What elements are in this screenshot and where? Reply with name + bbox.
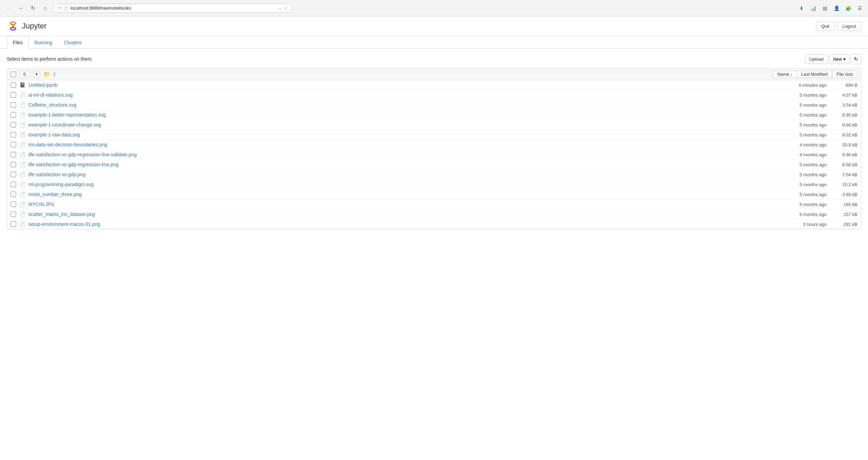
quit-button[interactable]: Quit: [816, 22, 834, 31]
file-modified: 5 months ago: [779, 192, 827, 197]
security-icon: 🛡: [57, 6, 61, 11]
file-modified: 5 months ago: [779, 202, 827, 207]
table-row: 📄 Caffeine_structure.svg 5 months ago 3.…: [7, 100, 861, 110]
row-checkbox-6[interactable]: [11, 142, 16, 147]
url-input[interactable]: [71, 5, 275, 11]
file-icon: 📄: [20, 132, 25, 137]
modified-column-header[interactable]: Last Modified: [797, 71, 832, 78]
file-modified: 5 months ago: [779, 122, 827, 128]
file-name-link[interactable]: iris-data-set-decision-boundaries.png: [28, 142, 775, 147]
file-name-link[interactable]: Caffeine_structure.svg: [28, 102, 775, 108]
tab-running[interactable]: Running: [29, 36, 58, 49]
row-checkbox-12[interactable]: [11, 202, 16, 207]
jupyter-logo-icon: [7, 20, 19, 32]
forward-button[interactable]: →: [16, 3, 25, 13]
table-row: 📄 scatter_matrix_iris_dataset.png 5 mont…: [7, 209, 861, 219]
row-checkbox-10[interactable]: [11, 182, 16, 187]
header-buttons: Quit Logout: [816, 22, 861, 31]
file-name-link[interactable]: ai-ml-dl-relations.svg: [28, 92, 775, 98]
select-info-text: Select items to perform actions on them.: [7, 56, 93, 62]
file-modified: 5 months ago: [779, 93, 827, 98]
current-path: /: [54, 72, 769, 77]
file-name-link[interactable]: example-1-better-representation.svg: [28, 112, 775, 118]
file-name-link[interactable]: example-1-raw-data.svg: [28, 132, 775, 137]
menu-icon[interactable]: ☰: [855, 3, 865, 13]
name-column-header[interactable]: Name ↓: [773, 71, 797, 78]
file-name-link[interactable]: life-satisfaction-vs-gdp.png: [28, 172, 775, 177]
file-modified: 5 months ago: [779, 102, 827, 108]
file-size: 8.56 kB: [830, 162, 857, 167]
file-modified: 4 minutes ago: [779, 83, 827, 88]
file-icon: 📄: [20, 162, 25, 167]
file-size: 9.66 kB: [830, 122, 857, 128]
reader-icon[interactable]: ▤: [820, 3, 830, 13]
file-icon: 📄: [20, 102, 25, 108]
browser-chrome: ← → ↻ ⌂ 🛡 📄 ··· ☆ ⬇ 📊 ▤ 👤 🧩 ☰: [0, 0, 868, 16]
table-row: 📄 life-satisfaction-vs-gdp-regression-li…: [7, 160, 861, 170]
refresh-button[interactable]: ↻: [851, 54, 861, 64]
svg-point-0: [10, 22, 16, 24]
row-checkbox-8[interactable]: [11, 162, 16, 167]
jupyter-header: Jupyter Quit Logout: [0, 16, 868, 36]
size-column-header[interactable]: File size: [832, 71, 857, 78]
new-button[interactable]: New ▾: [829, 55, 850, 64]
table-row: 📄 ml-programming-paradigm.svg 5 months a…: [7, 180, 861, 190]
tab-clusters[interactable]: Clusters: [58, 36, 87, 49]
more-icon: ···: [277, 5, 282, 11]
upload-button[interactable]: Upload: [805, 55, 828, 64]
file-modified: 4 months ago: [779, 152, 827, 157]
svg-point-2: [12, 25, 14, 27]
file-name-link[interactable]: example-1-coordinate-change.svg: [28, 122, 775, 128]
row-checkbox-14[interactable]: [11, 221, 16, 227]
row-checkbox-5[interactable]: [11, 132, 16, 137]
file-size: 8.95 kB: [830, 112, 857, 118]
table-row: 📄 life-satisfaction-vs-gdp.png 5 months …: [7, 170, 861, 180]
extensions-icon[interactable]: 🧩: [843, 3, 853, 13]
row-checkbox-9[interactable]: [11, 172, 16, 177]
file-modified: 3 hours ago: [779, 222, 827, 227]
download-icon[interactable]: ⬇: [797, 3, 806, 13]
row-checkbox-7[interactable]: [11, 152, 16, 157]
table-row: 📄 example-1-raw-data.svg 5 months ago 8.…: [7, 130, 861, 140]
row-checkbox-4[interactable]: [11, 122, 16, 128]
reload-button[interactable]: ↻: [28, 3, 38, 13]
row-checkbox-2[interactable]: [11, 102, 16, 108]
file-modified: 5 months ago: [779, 112, 827, 118]
file-name-link[interactable]: ml-programming-paradigm.svg: [28, 182, 775, 187]
file-size: 4.07 kB: [830, 93, 857, 98]
back-button[interactable]: ←: [3, 3, 13, 13]
select-all-checkbox[interactable]: [11, 72, 16, 77]
logout-button[interactable]: Logout: [837, 22, 861, 31]
account-icon[interactable]: 👤: [832, 3, 841, 13]
new-button-label: New: [833, 57, 842, 62]
file-rows: 📓 Untitled.ipynb 4 minutes ago 694 B 📄 a…: [7, 80, 861, 229]
file-name-link[interactable]: life-satisfaction-vs-gdp-regression-line…: [28, 152, 775, 157]
row-checkbox-1[interactable]: [11, 92, 16, 98]
table-row: 📄 setup-environment-macos-01.png 3 hours…: [7, 219, 861, 229]
file-icon: 📄: [20, 202, 25, 207]
file-name-link[interactable]: scatter_matrix_iris_dataset.png: [28, 211, 775, 217]
row-checkbox-11[interactable]: [11, 192, 16, 197]
file-name-link[interactable]: MYCIN.JPG: [28, 202, 775, 207]
refresh-icon: ↻: [854, 56, 858, 62]
file-name-link[interactable]: setup-environment-macos-01.png: [28, 221, 775, 227]
file-name-link[interactable]: mnist_number_three.png: [28, 192, 775, 197]
file-name-link[interactable]: life-satisfaction-vs-gdp-regression-line…: [28, 162, 775, 167]
notebook-icon: 📓: [20, 82, 25, 88]
row-checkbox-13[interactable]: [11, 211, 16, 217]
new-dropdown-icon: ▾: [843, 57, 846, 62]
tab-files[interactable]: Files: [7, 36, 29, 49]
table-row: 📄 example-1-coordinate-change.svg 5 mont…: [7, 120, 861, 130]
count-dropdown-button[interactable]: ▾: [33, 71, 40, 77]
home-button[interactable]: ⌂: [40, 3, 50, 13]
file-name-link[interactable]: Untitled.ipynb: [28, 82, 775, 88]
file-icon: 📄: [20, 142, 25, 147]
row-checkbox-3[interactable]: [11, 112, 16, 118]
table-row: 📄 life-satisfaction-vs-gdp-regression-li…: [7, 150, 861, 160]
file-size: 8.96 kB: [830, 152, 857, 157]
bookmarks-icon[interactable]: 📊: [808, 3, 818, 13]
row-checkbox-0[interactable]: [11, 82, 16, 88]
file-icon: 📄: [20, 211, 25, 217]
file-icon: 📄: [20, 122, 25, 128]
selected-count: 0: [20, 71, 30, 78]
